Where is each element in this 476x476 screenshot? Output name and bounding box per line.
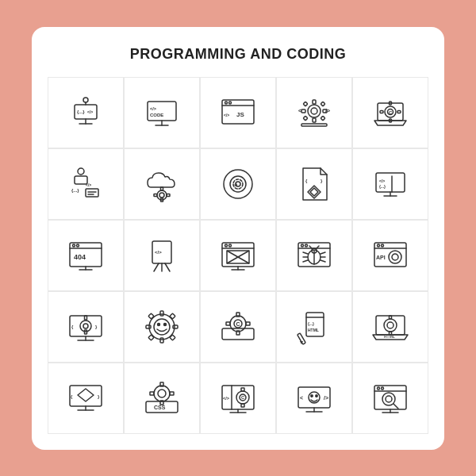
svg-rect-163 <box>170 392 174 395</box>
svg-text:CODE: CODE <box>150 113 163 117</box>
page-title: PROGRAMMING AND CODING <box>48 46 428 63</box>
icon-cd-settings: ⚙ <box>200 148 276 220</box>
svg-rect-137 <box>246 322 250 325</box>
svg-rect-170 <box>241 388 244 391</box>
svg-text:</>: </> <box>86 182 91 187</box>
svg-point-18 <box>308 105 321 117</box>
icon-search-browser <box>352 363 428 434</box>
svg-rect-121 <box>160 311 163 316</box>
icon-css: CSS <box>124 363 200 434</box>
svg-text:</>: </> <box>87 109 93 114</box>
svg-point-14 <box>225 102 228 104</box>
svg-text:{...}: {...} <box>77 109 85 114</box>
svg-text:HTML: HTML <box>384 334 395 339</box>
svg-point-129 <box>158 323 160 325</box>
svg-point-120 <box>154 319 170 335</box>
svg-text:{...}: {...} <box>308 321 314 326</box>
svg-rect-36 <box>380 110 383 113</box>
svg-rect-24 <box>303 102 308 106</box>
icon-bug <box>276 220 352 291</box>
icon-developer: {...} </> <box>48 77 124 148</box>
svg-line-99 <box>321 252 325 254</box>
svg-text:<: < <box>300 395 303 401</box>
icon-404: 404 <box>48 220 124 291</box>
svg-rect-123 <box>146 325 151 328</box>
svg-line-101 <box>321 260 325 262</box>
svg-rect-124 <box>173 325 178 328</box>
svg-rect-21 <box>313 118 316 122</box>
icon-diamond-monitor: { } <box>48 363 124 434</box>
icon-c-code-box: </> C <box>200 363 276 434</box>
svg-text:C: C <box>236 321 240 326</box>
svg-point-81 <box>225 244 228 247</box>
svg-text:/>: /> <box>324 395 328 401</box>
svg-text:JS: JS <box>236 111 244 118</box>
svg-line-98 <box>303 260 308 262</box>
svg-point-130 <box>164 323 167 325</box>
svg-rect-7 <box>148 102 176 121</box>
svg-rect-171 <box>241 404 244 407</box>
svg-point-91 <box>305 244 308 247</box>
svg-rect-43 <box>86 189 98 197</box>
main-card: PROGRAMMING AND CODING {...} </> <box>32 27 444 450</box>
svg-text:API: API <box>376 255 386 260</box>
svg-point-19 <box>311 108 317 114</box>
svg-line-189 <box>393 404 398 409</box>
svg-point-82 <box>229 244 232 247</box>
svg-text:{: { <box>71 394 73 399</box>
svg-text:</>: </> <box>224 113 229 117</box>
svg-rect-27 <box>321 116 325 121</box>
svg-text:404: 404 <box>74 253 86 261</box>
svg-point-108 <box>392 254 398 260</box>
svg-text:{: { <box>305 178 308 183</box>
svg-text:HTML: HTML <box>308 328 319 332</box>
svg-text:}: } <box>321 178 323 183</box>
svg-rect-134 <box>236 313 240 317</box>
icon-code-stand: </> <box>124 220 200 291</box>
svg-rect-26 <box>303 116 308 121</box>
svg-text:/>: /> <box>325 108 330 113</box>
svg-point-15 <box>229 102 232 104</box>
svg-text:C: C <box>241 395 245 400</box>
svg-point-107 <box>389 251 401 263</box>
svg-text:</>: </> <box>223 396 229 401</box>
svg-text:</>: </> <box>379 178 385 183</box>
svg-point-147 <box>387 322 393 328</box>
icon-cloud-settings <box>124 148 200 220</box>
svg-point-114 <box>83 324 88 328</box>
svg-marker-154 <box>78 389 94 401</box>
icon-c-gear-box: C <box>200 291 276 363</box>
svg-rect-37 <box>397 110 401 113</box>
svg-rect-115 <box>85 316 87 320</box>
svg-point-39 <box>78 168 84 175</box>
icon-browser-settings <box>200 220 276 291</box>
svg-line-77 <box>165 263 170 271</box>
svg-point-52 <box>224 170 252 198</box>
svg-rect-148 <box>390 316 392 319</box>
icon-html-pencil: {...} HTML <box>276 291 352 363</box>
svg-point-159 <box>158 390 166 397</box>
icon-js-browser: </> JS <box>200 77 276 148</box>
svg-point-106 <box>382 244 384 247</box>
svg-rect-48 <box>161 187 163 190</box>
svg-point-146 <box>384 319 397 332</box>
icon-api: API <box>352 220 428 291</box>
svg-point-119 <box>149 314 175 340</box>
icon-code-book: </> {...} <box>352 148 428 220</box>
svg-text:}: } <box>95 324 98 329</box>
svg-text:<: < <box>298 108 301 113</box>
icon-c-settings: C <box>352 77 428 148</box>
svg-point-53 <box>230 176 246 192</box>
svg-rect-131 <box>222 328 254 340</box>
icon-html-laptop: HTML <box>352 291 428 363</box>
svg-line-76 <box>154 263 159 271</box>
icon-code-diamond: { } <box>276 148 352 220</box>
svg-point-47 <box>159 193 164 198</box>
icon-monitor-settings: { } <box>48 291 124 363</box>
svg-rect-20 <box>313 100 316 104</box>
svg-point-188 <box>386 396 392 402</box>
svg-point-105 <box>378 244 380 247</box>
icon-gear-face <box>124 291 200 363</box>
svg-rect-135 <box>236 331 240 335</box>
icon-grid: {...} </> </> CODE <box>48 77 428 434</box>
